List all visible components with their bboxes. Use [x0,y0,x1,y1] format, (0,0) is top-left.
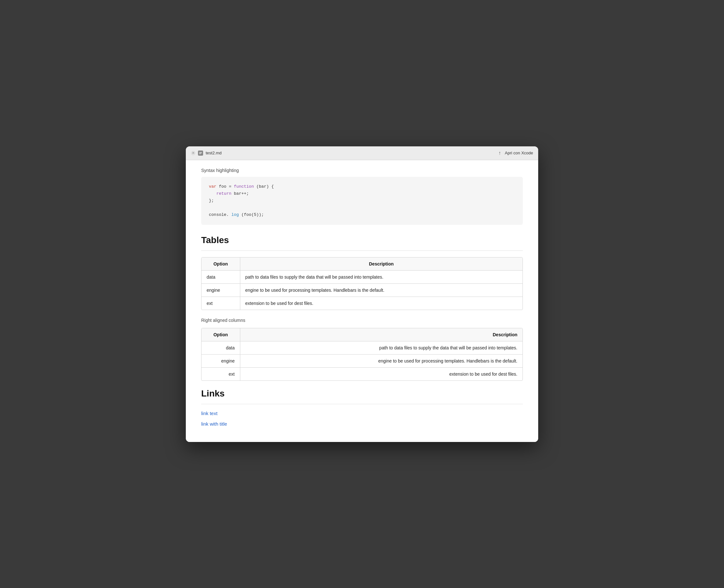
table2-body: data path to data files to supply the da… [202,341,522,380]
svg-rect-3 [199,153,201,154]
code-line-3: }; [209,197,515,204]
table1-row1-option: data [202,270,240,284]
browser-controls: ✕ test2.md [191,150,222,156]
table1-row1-desc: path to data files to supply the data th… [240,270,522,284]
table1-row2-desc: engine to be used for processing templat… [240,284,522,297]
code-line-2: return bar++; [209,190,515,197]
table-row: engine engine to be used for processing … [202,354,522,368]
code-bar-inc: bar++; [234,191,249,196]
table2: Option Description data path to data fil… [202,328,522,380]
link-with-title-item[interactable]: link with title [201,421,523,426]
right-aligned-caption: Right aligned columns [201,318,523,323]
code-line-4 [209,204,515,211]
table2-wrapper: Option Description data path to data fil… [201,328,523,381]
table2-header-row: Option Description [202,328,522,341]
share-icon[interactable]: ↑ [498,150,501,156]
code-block: var foo = function (bar) { return bar++;… [201,177,523,225]
links-section-title: Links [201,388,523,399]
table2-row2-option: engine [202,354,240,368]
table1-row3-option: ext [202,297,240,310]
table2-row1-option: data [202,341,240,354]
code-console: console. [209,212,229,217]
table2-row3-option: ext [202,368,240,380]
table-row: data path to data files to supply the da… [202,341,522,354]
syntax-heading: Syntax highlighting [201,168,523,173]
table2-col2-header: Description [240,328,522,341]
table1-col2-header: Description [240,257,522,271]
content-area: Syntax highlighting var foo = function (… [186,160,538,442]
code-line-1: var foo = function (bar) { [209,183,515,190]
svg-rect-2 [199,153,202,153]
tab-title: test2.md [206,150,222,155]
tab-icon [198,150,203,156]
code-function-keyword: function [234,184,254,189]
table1-col1-header: Option [202,257,240,271]
table2-row2-desc: engine to be used for processing templat… [240,354,522,368]
links-divider [201,404,523,404]
tables-divider [201,250,523,251]
table1: Option Description data path to data fil… [202,257,522,310]
svg-rect-1 [199,152,202,152]
toolbar-actions: ↑ Apri con Xcode [498,150,533,156]
code-close-brace: }; [209,198,214,203]
table-row: ext extension to be used for dest files. [202,297,522,310]
browser-toolbar: ✕ test2.md ↑ Apri con Xcode [186,146,538,160]
table1-row2-option: engine [202,284,240,297]
code-return-keyword: return [216,191,231,196]
code-foo: foo = [219,184,234,189]
table-row: engine engine to be used for processing … [202,284,522,297]
links-section: Links link text link with title [201,388,523,426]
code-var-keyword: var [209,184,216,189]
table2-col1-header: Option [202,328,240,341]
table2-row1-desc: path to data files to supply the data th… [240,341,522,354]
table1-row3-desc: extension to be used for dest files. [240,297,522,310]
code-bar: (bar) { [256,184,274,189]
code-foo-call: (foo(5)); [241,212,264,217]
browser-window: ✕ test2.md ↑ Apri con Xcode Syntax highl… [186,146,538,442]
table2-row3-desc: extension to be used for dest files. [240,368,522,380]
tables-section-title: Tables [201,235,523,245]
link-text-item[interactable]: link text [201,411,523,416]
code-indent [209,191,214,196]
code-log-keyword: log [231,212,239,217]
table1-wrapper: Option Description data path to data fil… [201,257,523,310]
open-xcode-button[interactable]: Apri con Xcode [505,150,533,155]
table1-header-row: Option Description [202,257,522,271]
table-row: ext extension to be used for dest files. [202,368,522,380]
table1-body: data path to data files to supply the da… [202,270,522,310]
code-line-5: console. log (foo(5)); [209,211,515,218]
close-button[interactable]: ✕ [191,151,195,155]
table-row: data path to data files to supply the da… [202,270,522,284]
